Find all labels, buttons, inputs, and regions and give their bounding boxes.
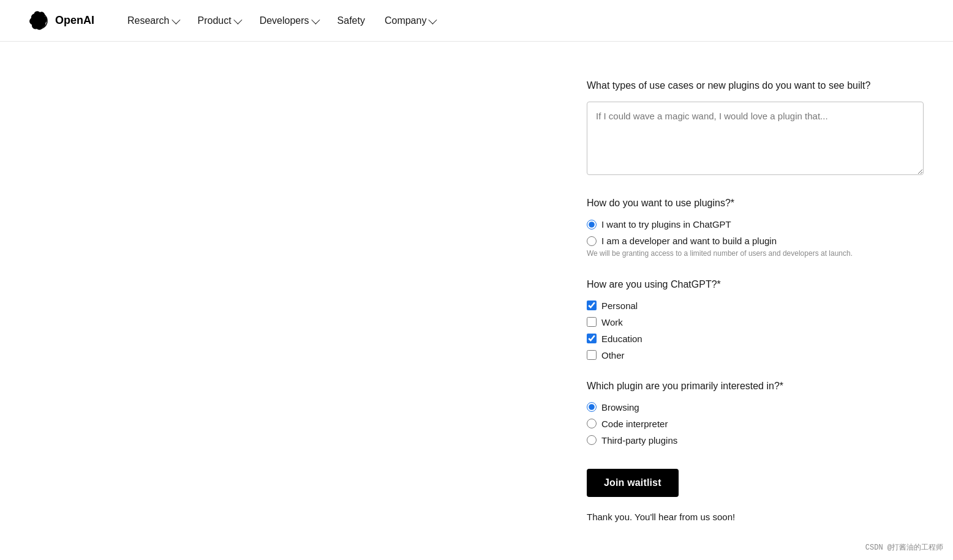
radio-try-input[interactable] [587,220,597,230]
chatgpt-usage-checkbox-group: Personal Work Education Other [587,301,924,360]
radio-build-plugin[interactable]: I am a developer and want to build a plu… [587,236,924,246]
radio-code-label: Code interpreter [601,419,668,429]
form-section-q3: How are you using ChatGPT?* Personal Wor… [587,277,924,360]
radio-browsing-label: Browsing [601,402,639,413]
radio-code-input[interactable] [587,419,597,428]
checkbox-education[interactable]: Education [587,334,924,344]
right-panel: What types of use cases or new plugins d… [562,78,924,540]
checkbox-personal-input[interactable] [587,301,597,310]
q1-label: What types of use cases or new plugins d… [587,78,924,93]
logo-link[interactable]: OpenAI [29,11,94,31]
navigation: OpenAI Research Product Developers Safet… [0,0,953,42]
plugin-use-cases-textarea[interactable] [587,102,924,175]
nav-label-safety: Safety [337,15,365,26]
nav-label-company: Company [385,15,426,26]
q2-helper-text: We will be granting access to a limited … [587,248,924,259]
radio-try-plugins[interactable]: I want to try plugins in ChatGPT [587,219,924,230]
nav-item-research[interactable]: Research [119,10,186,31]
form-section-q2: How do you want to use plugins?* I want … [587,196,924,259]
nav-label-product: Product [198,15,232,26]
thank-you-message: Thank you. You'll hear from us soon! [587,512,924,522]
nav-link-company[interactable]: Company [376,10,443,31]
nav-link-safety[interactable]: Safety [329,10,374,31]
nav-link-product[interactable]: Product [189,10,249,31]
form-submit-section: Join waitlist Thank you. You'll hear fro… [587,464,924,522]
nav-item-company[interactable]: Company [376,10,443,31]
nav-item-product[interactable]: Product [189,10,249,31]
checkbox-other[interactable]: Other [587,350,924,360]
nav-label-research: Research [127,15,169,26]
checkbox-personal-label: Personal [601,301,638,311]
chevron-down-icon [429,15,437,24]
checkbox-other-label: Other [601,350,625,360]
checkbox-work[interactable]: Work [587,317,924,327]
form-section-q1: What types of use cases or new plugins d… [587,78,924,177]
radio-try-label: I want to try plugins in ChatGPT [601,219,731,230]
radio-browsing[interactable]: Browsing [587,402,924,413]
q3-label: How are you using ChatGPT?* [587,277,924,292]
nav-item-safety[interactable]: Safety [329,10,374,31]
watermark: CSDN @打酱油的工程师 [865,542,943,553]
main-content: What types of use cases or new plugins d… [0,42,953,560]
checkbox-education-input[interactable] [587,334,597,343]
radio-third-label: Third-party plugins [601,435,677,446]
form-section-q4: Which plugin are you primarily intereste… [587,379,924,446]
join-waitlist-button[interactable]: Join waitlist [587,469,679,497]
plugin-usage-radio-group: I want to try plugins in ChatGPT I am a … [587,219,924,246]
left-panel [29,78,562,540]
radio-build-input[interactable] [587,236,597,246]
chevron-down-icon [311,15,320,24]
radio-third-party[interactable]: Third-party plugins [587,435,924,446]
chevron-down-icon [233,15,242,24]
openai-logo-icon [29,11,49,31]
logo-text: OpenAI [55,14,94,27]
plugin-interest-radio-group: Browsing Code interpreter Third-party pl… [587,402,924,446]
q2-label: How do you want to use plugins?* [587,196,924,211]
nav-label-developers: Developers [260,15,309,26]
nav-item-developers[interactable]: Developers [251,10,326,31]
checkbox-personal[interactable]: Personal [587,301,924,311]
checkbox-work-input[interactable] [587,317,597,327]
nav-link-developers[interactable]: Developers [251,10,326,31]
nav-links: Research Product Developers Safety Compa… [119,10,443,31]
checkbox-education-label: Education [601,334,642,344]
radio-third-input[interactable] [587,435,597,445]
radio-browsing-input[interactable] [587,402,597,412]
radio-build-label: I am a developer and want to build a plu… [601,236,777,246]
checkbox-other-input[interactable] [587,350,597,360]
q4-label: Which plugin are you primarily intereste… [587,379,924,394]
radio-code-interpreter[interactable]: Code interpreter [587,419,924,429]
nav-link-research[interactable]: Research [119,10,186,31]
chevron-down-icon [171,15,180,24]
checkbox-work-label: Work [601,317,623,327]
